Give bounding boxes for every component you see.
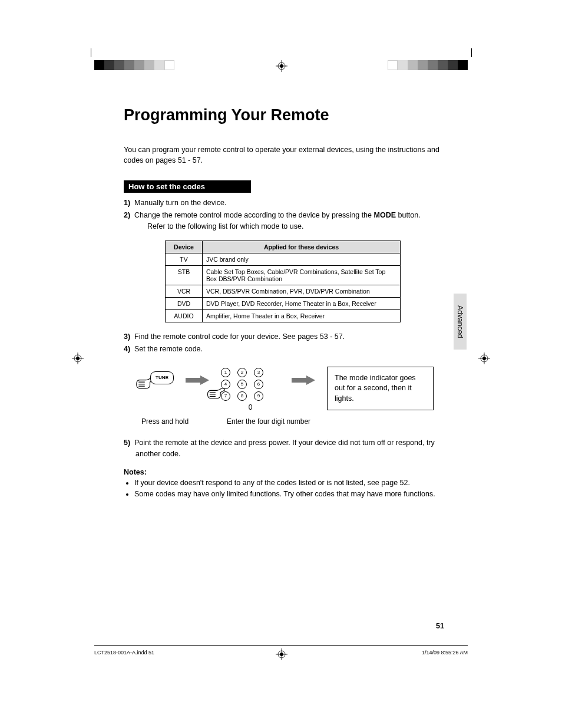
device-mode-table: Device Applied for these devices TVJVC b…: [165, 241, 401, 322]
table-row: VCRVCR, DBS/PVR Combination, PVR, DVD/PV…: [166, 285, 401, 298]
diagram-captions: Press and hold Enter the four digit numb…: [141, 417, 454, 426]
section-tab: Advanced: [454, 294, 467, 350]
steps-list-1: 1)Manually turn on the device. 2)Change …: [124, 197, 454, 232]
footer-file-info: LCT2518-001A-A.indd 51: [94, 650, 154, 655]
page-content: Programming Your Remote You can program …: [124, 106, 454, 500]
arrow-right-icon: [186, 375, 209, 385]
footer-timestamp: 1/14/09 8:55:26 AM: [422, 650, 468, 655]
registration-mark-icon: [276, 648, 287, 660]
keypad-key: 6: [254, 380, 263, 389]
table-header-applied: Applied for these devices: [203, 241, 401, 253]
pointing-hand-icon: [206, 386, 227, 400]
arrow-right-icon: [292, 375, 315, 385]
step-4: 4)Set the remote code.: [124, 344, 454, 355]
note-item: Some codes may have only limited functio…: [134, 489, 454, 500]
notes-heading: Notes:: [124, 468, 454, 476]
table-row: TVJVC brand only: [166, 253, 401, 266]
keypad-key: 2: [237, 368, 247, 377]
step-3: 3)Find the remote control code for your …: [124, 331, 454, 342]
step-2: 2)Change the remote control mode accordi…: [124, 210, 454, 232]
keypad-key: 9: [254, 391, 263, 401]
table-row: AUDIOAmplifier, Home Theater in a Box, R…: [166, 310, 401, 322]
intro-text: You can program your remote control to o…: [124, 145, 454, 166]
page-title: Programming Your Remote: [124, 106, 454, 124]
press-hold-diagram: TUNE: [135, 367, 174, 396]
keypad-key: 3: [254, 368, 263, 377]
keypad-diagram: 1 2 3 4 5 6 7 8 9 0: [221, 367, 280, 411]
table-header-device: Device: [166, 241, 203, 253]
step-1: 1)Manually turn on the device.: [124, 197, 454, 209]
steps-list-3: 5)Point the remote at the device and pre…: [124, 437, 454, 460]
note-item: If your device doesn't respond to any of…: [134, 477, 454, 489]
footer-rule: [94, 645, 468, 646]
page-number: 51: [436, 622, 444, 630]
keypad-key: 1: [221, 368, 230, 377]
result-description-box: The mode indicator goes out for a second…: [327, 367, 434, 411]
section-heading: How to set the codes: [124, 180, 251, 193]
steps-list-2: 3)Find the remote control code for your …: [124, 331, 454, 355]
keypad-key: 5: [237, 380, 247, 389]
keypad-key: 8: [237, 391, 247, 401]
notes-list: If your device doesn't respond to any of…: [124, 477, 454, 500]
caption-enter-digits: Enter the four digit number: [227, 417, 310, 426]
registration-mark-icon: [72, 353, 84, 364]
table-row: DVDDVD Player, DVD Recorder, Home Theate…: [166, 298, 401, 310]
step-5: 5)Point the remote at the device and pre…: [124, 437, 454, 460]
procedure-diagram: TUNE 1 2 3 4 5 6 7 8 9 0 The mode indica…: [135, 367, 454, 411]
registration-mark-icon: [276, 60, 287, 72]
registration-mark-icon: [478, 353, 490, 364]
keypad-key: 0: [221, 403, 280, 411]
caption-press-hold: Press and hold: [141, 417, 227, 426]
table-row: STBCable Set Top Boxes, Cable/PVR Combin…: [166, 266, 401, 285]
tune-button-icon: TUNE: [150, 371, 174, 384]
